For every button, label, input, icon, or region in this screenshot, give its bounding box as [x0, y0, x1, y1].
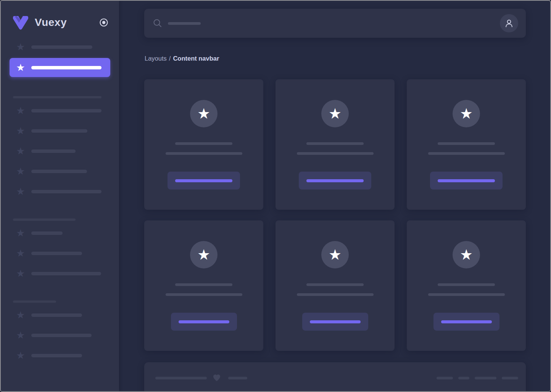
- card-avatar: ★: [190, 100, 218, 127]
- card-avatar: ★: [453, 100, 480, 127]
- sidebar: Vuexy ★ ★ ★ ★ ★: [1, 1, 119, 391]
- feature-card: ★: [407, 79, 526, 210]
- card-avatar: ★: [453, 241, 480, 268]
- card-title-skeleton: [438, 142, 495, 145]
- sidebar-item[interactable]: ★: [1, 146, 119, 156]
- star-icon: ★: [16, 63, 25, 72]
- button-label-skeleton: [175, 179, 232, 182]
- sidebar-item[interactable]: ★: [1, 248, 119, 258]
- card-title-skeleton: [438, 283, 495, 286]
- card-action-button[interactable]: [168, 172, 240, 190]
- star-icon: ★: [16, 126, 25, 135]
- star-icon: ★: [460, 106, 473, 121]
- card-subtitle-skeleton: [428, 293, 505, 296]
- footer-link-skeleton: [475, 377, 496, 379]
- menu-label-skeleton: [31, 45, 92, 49]
- footer-text-skeleton: [155, 377, 207, 379]
- breadcrumb-current: Content navbar: [173, 55, 219, 62]
- menu-pin-toggle-icon[interactable]: [99, 18, 108, 27]
- card-action-button[interactable]: [171, 313, 237, 331]
- card-subtitle-skeleton: [166, 293, 242, 296]
- menu-label-skeleton: [31, 354, 82, 357]
- sidebar-item[interactable]: ★: [1, 106, 119, 116]
- breadcrumb-parent[interactable]: Layouts: [145, 55, 167, 62]
- star-icon: ★: [329, 247, 342, 262]
- card-action-button[interactable]: [433, 313, 499, 331]
- menu-label-skeleton: [31, 66, 102, 69]
- footer-card: [144, 362, 526, 392]
- card-subtitle-skeleton: [297, 293, 374, 296]
- menu-label-skeleton: [31, 252, 82, 255]
- star-icon: ★: [329, 106, 342, 121]
- footer-left-group: [155, 373, 247, 382]
- card-title-skeleton: [175, 283, 232, 286]
- feature-card: ★: [144, 220, 263, 351]
- user-avatar[interactable]: [500, 14, 518, 32]
- search-icon: [153, 19, 162, 28]
- app-window: Vuexy ★ ★ ★ ★ ★: [0, 0, 551, 392]
- menu-section-header-skeleton: [13, 218, 76, 221]
- button-label-skeleton: [310, 320, 361, 323]
- footer-link-skeleton: [458, 377, 469, 379]
- menu-label-skeleton: [31, 334, 92, 337]
- card-title-skeleton: [306, 142, 364, 145]
- search-navbar: [144, 9, 526, 38]
- star-icon: ★: [16, 146, 25, 156]
- sidebar-item[interactable]: ★: [1, 166, 119, 176]
- star-icon: ★: [16, 310, 25, 320]
- sidebar-item[interactable]: ★: [1, 42, 119, 52]
- feature-card: ★: [276, 79, 395, 210]
- card-action-button[interactable]: [299, 172, 371, 190]
- card-subtitle-skeleton: [166, 152, 242, 155]
- main-content: Layouts/Content navbar ★ ★: [119, 1, 550, 391]
- card-action-button[interactable]: [302, 313, 368, 331]
- menu-section-header-skeleton: [13, 96, 102, 98]
- menu-label-skeleton: [31, 170, 87, 173]
- heart-icon: [212, 373, 221, 382]
- button-label-skeleton: [438, 179, 495, 182]
- feature-card: ★: [276, 220, 395, 351]
- sidebar-header: Vuexy: [1, 1, 119, 30]
- card-action-button[interactable]: [430, 172, 503, 190]
- star-icon: ★: [16, 351, 25, 360]
- footer-link-skeleton: [502, 377, 518, 379]
- star-icon: ★: [16, 167, 25, 176]
- star-icon: ★: [197, 106, 210, 121]
- menu-label-skeleton: [31, 272, 101, 275]
- card-subtitle-skeleton: [297, 152, 374, 155]
- card-avatar: ★: [190, 241, 218, 268]
- sidebar-menu: ★ ★ ★ ★ ★ ★ ★: [1, 30, 119, 360]
- sidebar-item-active[interactable]: ★: [10, 58, 110, 77]
- menu-label-skeleton: [31, 190, 102, 193]
- footer-link-skeleton: [437, 377, 453, 379]
- sidebar-item[interactable]: ★: [1, 186, 119, 196]
- search-placeholder-skeleton: [168, 22, 201, 25]
- sidebar-item[interactable]: ★: [1, 330, 119, 340]
- feature-card: ★: [407, 220, 526, 351]
- footer-links-group: [437, 377, 518, 379]
- button-label-skeleton: [441, 320, 492, 323]
- menu-section-header-skeleton: [13, 300, 56, 303]
- sidebar-item[interactable]: ★: [1, 126, 119, 136]
- star-icon: ★: [460, 247, 473, 262]
- sidebar-item[interactable]: ★: [1, 350, 119, 360]
- menu-label-skeleton: [31, 149, 76, 153]
- menu-label-skeleton: [31, 129, 87, 133]
- card-title-skeleton: [306, 283, 364, 286]
- feature-card: ★: [144, 79, 263, 210]
- sidebar-item[interactable]: ★: [1, 268, 119, 278]
- card-subtitle-skeleton: [428, 152, 505, 155]
- sidebar-item[interactable]: ★: [1, 310, 119, 320]
- card-avatar: ★: [321, 241, 349, 268]
- menu-label-skeleton: [31, 109, 102, 112]
- star-icon: ★: [16, 249, 25, 258]
- card-title-skeleton: [175, 142, 232, 145]
- sidebar-item[interactable]: ★: [1, 228, 119, 238]
- button-label-skeleton: [179, 320, 229, 323]
- star-icon: ★: [16, 228, 25, 238]
- star-icon: ★: [16, 42, 25, 51]
- menu-label-skeleton: [31, 231, 63, 235]
- search-input[interactable]: [153, 19, 201, 28]
- menu-label-skeleton: [31, 313, 82, 317]
- person-icon: [504, 18, 514, 28]
